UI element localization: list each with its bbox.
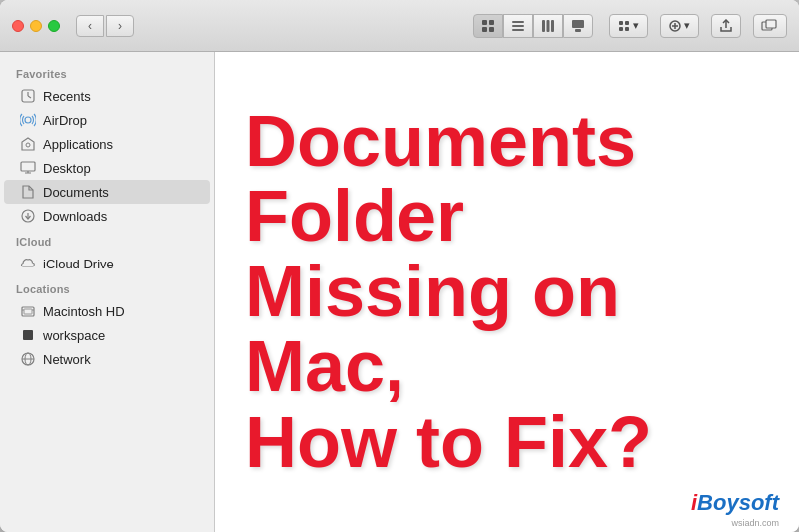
svg-rect-26 (21, 162, 35, 171)
main-area: Favorites Recents (0, 52, 799, 532)
icloud-drive-label: iCloud Drive (43, 257, 114, 271)
group-button[interactable]: ▾ (609, 14, 648, 38)
sidebar-item-documents[interactable]: Documents (4, 180, 210, 204)
svg-rect-12 (619, 21, 623, 25)
brand-name: Boysoft (697, 490, 779, 515)
brand-label: iBoysoft (691, 490, 779, 516)
sidebar-item-macintosh-hd[interactable]: Macintosh HD (4, 299, 210, 323)
svg-rect-4 (512, 21, 524, 23)
workspace-icon (20, 327, 36, 343)
applications-label: Applications (43, 137, 113, 152)
svg-rect-2 (482, 27, 487, 32)
svg-rect-20 (766, 20, 776, 28)
headline-line2: Missing on Mac, (245, 255, 769, 405)
view-cover-button[interactable] (563, 14, 593, 38)
recents-icon (20, 88, 36, 104)
close-button[interactable] (12, 20, 24, 32)
svg-rect-0 (482, 20, 487, 25)
watermark: wsiadn.com (731, 518, 779, 528)
airdrop-icon (20, 112, 36, 128)
airdrop-label: AirDrop (43, 113, 87, 128)
icloud-section-label: iCloud (0, 228, 214, 252)
recents-label: Recents (43, 89, 91, 104)
sidebar-item-recents[interactable]: Recents (4, 84, 210, 108)
share-button[interactable] (711, 14, 741, 38)
svg-rect-3 (489, 27, 494, 32)
svg-rect-8 (547, 20, 550, 32)
view-column-button[interactable] (533, 14, 563, 38)
minimize-button[interactable] (30, 20, 42, 32)
sidebar-item-network[interactable]: Network (4, 347, 210, 371)
sidebar-item-applications[interactable]: Applications (4, 132, 210, 156)
group-chevron: ▾ (633, 19, 639, 32)
traffic-lights (12, 20, 60, 32)
toolbar: ‹ › (0, 0, 799, 52)
sidebar-item-desktop[interactable]: Desktop (4, 156, 210, 180)
downloads-label: Downloads (43, 209, 107, 224)
desktop-icon (20, 160, 36, 176)
tag-button[interactable] (753, 14, 787, 38)
downloads-icon (20, 208, 36, 224)
macintosh-hd-label: Macintosh HD (43, 304, 125, 319)
nav-buttons: ‹ › (76, 15, 134, 37)
svg-rect-5 (512, 25, 524, 27)
documents-icon (20, 184, 36, 200)
desktop-label: Desktop (43, 161, 91, 176)
finder-window: ‹ › (0, 0, 799, 532)
svg-rect-7 (542, 20, 545, 32)
svg-rect-34 (23, 330, 33, 340)
sidebar-item-workspace[interactable]: workspace (4, 323, 210, 347)
network-label: Network (43, 352, 91, 367)
favorites-section-label: Favorites (0, 60, 214, 84)
action-button[interactable]: ▾ (660, 14, 699, 38)
icloud-drive-icon (20, 256, 36, 271)
maximize-button[interactable] (48, 20, 60, 32)
svg-rect-9 (551, 20, 554, 32)
view-list-button[interactable] (503, 14, 533, 38)
sidebar-item-airdrop[interactable]: AirDrop (4, 108, 210, 132)
action-chevron: ▾ (684, 19, 690, 32)
forward-button[interactable]: › (106, 15, 134, 37)
back-button[interactable]: ‹ (76, 15, 104, 37)
overlay-text: Documents Folder Missing on Mac, How to … (215, 52, 799, 532)
svg-rect-6 (512, 29, 524, 31)
svg-rect-1 (489, 20, 494, 25)
svg-point-25 (26, 143, 30, 147)
svg-rect-13 (625, 21, 629, 25)
view-toggle-group (473, 14, 593, 38)
sidebar-item-icloud-drive[interactable]: iCloud Drive (4, 252, 210, 275)
content-area: Documents Folder Missing on Mac, How to … (215, 52, 799, 532)
macintosh-hd-icon (20, 303, 36, 319)
svg-point-24 (25, 117, 31, 123)
locations-section-label: Locations (0, 275, 214, 299)
network-icon (20, 351, 36, 367)
svg-rect-11 (575, 29, 581, 32)
workspace-label: workspace (43, 328, 105, 343)
svg-rect-31 (24, 309, 32, 314)
headline-line3: How to Fix? (245, 405, 652, 481)
svg-rect-15 (625, 27, 629, 31)
documents-label: Documents (43, 185, 109, 200)
svg-rect-10 (572, 20, 584, 28)
view-icon-button[interactable] (473, 14, 503, 38)
headline-line1: Documents Folder (245, 104, 769, 255)
svg-line-23 (28, 96, 31, 98)
applications-icon (20, 136, 36, 152)
svg-rect-14 (619, 27, 623, 31)
sidebar-item-downloads[interactable]: Downloads (4, 204, 210, 228)
sidebar: Favorites Recents (0, 52, 215, 532)
